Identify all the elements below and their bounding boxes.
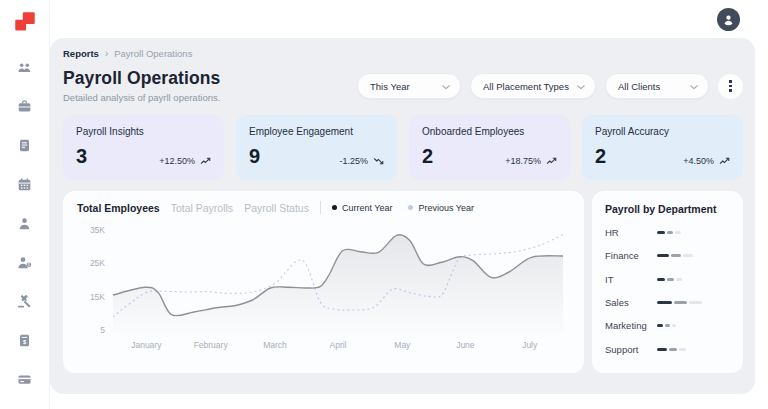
trend-up-icon xyxy=(546,157,557,165)
breadcrumb: Reports›Payroll Operations xyxy=(63,48,220,59)
y-axis-tick: 5 xyxy=(100,325,105,335)
chart-header: Total EmployeesTotal PayrollsPayroll Sta… xyxy=(77,201,572,214)
stat-label: Payroll Insights xyxy=(76,126,211,137)
department-label: IT xyxy=(605,274,657,285)
y-axis-tick: 15K xyxy=(90,292,105,302)
content-header: Reports›Payroll Operations Payroll Opera… xyxy=(63,48,743,103)
chart-tabs: Total EmployeesTotal PayrollsPayroll Sta… xyxy=(77,202,309,214)
sidebar: $$ xyxy=(0,0,50,409)
app-logo-icon[interactable] xyxy=(12,10,38,36)
stat-delta: +18.75% xyxy=(505,156,557,166)
user-icon xyxy=(17,216,32,231)
stat-cards: Payroll Insights3+12.50%Employee Engagem… xyxy=(63,115,743,180)
users-group-icon xyxy=(17,60,32,75)
title-block: Reports›Payroll Operations Payroll Opera… xyxy=(63,48,220,103)
stat-delta: +4.50% xyxy=(683,156,730,166)
chart-tab-total-employees[interactable]: Total Employees xyxy=(77,202,160,214)
bar-segment xyxy=(676,278,682,281)
sidebar-item-invoices[interactable]: $ xyxy=(12,327,38,353)
breadcrumb-item: Payroll Operations xyxy=(114,48,192,59)
chart-tab-total-payrolls[interactable]: Total Payrolls xyxy=(171,202,233,214)
sidebar-item-employees[interactable] xyxy=(12,210,38,236)
sidebar-item-user-settings[interactable] xyxy=(12,405,38,409)
dropdown-value: All Clients xyxy=(618,81,660,92)
stat-card: Payroll Insights3+12.50% xyxy=(63,115,224,180)
sidebar-item-payments[interactable] xyxy=(12,366,38,392)
breadcrumb-item[interactable]: Reports xyxy=(63,48,99,59)
chevron-down-icon xyxy=(442,81,450,92)
legend-item-current-year[interactable]: Current Year xyxy=(332,203,393,213)
chart-tab-payroll-status[interactable]: Payroll Status xyxy=(244,202,309,214)
topbar xyxy=(50,0,755,38)
app-window: $$ Reports›Payroll Operations Payroll Op… xyxy=(0,0,768,409)
stat-card: Payroll Accuracy2+4.50% xyxy=(582,115,743,180)
stat-delta: -1.25% xyxy=(339,156,384,166)
user-badge-icon: $ xyxy=(17,255,32,270)
legend-dot-icon xyxy=(408,205,413,210)
bar-segment xyxy=(657,348,667,351)
filter-dropdown-year[interactable]: This Year xyxy=(357,73,461,99)
main-column: Reports›Payroll Operations Payroll Opera… xyxy=(50,0,768,409)
divider xyxy=(320,201,321,214)
stat-label: Payroll Accuracy xyxy=(595,126,730,137)
department-row-support: Support xyxy=(605,344,730,355)
sidebar-item-team[interactable] xyxy=(12,54,38,80)
bar-segment xyxy=(665,324,670,327)
stat-label: Employee Engagement xyxy=(249,126,384,137)
bar-segment xyxy=(674,301,687,304)
invoice-dollar-icon: $ xyxy=(17,333,32,348)
filter-dropdown-placement-types[interactable]: All Placement Types xyxy=(470,73,596,99)
x-axis-tick: May xyxy=(394,340,411,350)
bar-segment xyxy=(675,231,681,234)
department-label: Marketing xyxy=(605,320,657,331)
stat-value: 2 xyxy=(422,146,433,166)
sidebar-item-compliance[interactable] xyxy=(12,288,38,314)
filter-bar: This YearAll Placement TypesAll Clients xyxy=(357,73,743,103)
department-rows: HRFinanceITSalesMarketingSupport xyxy=(605,221,730,361)
kebab-menu-icon xyxy=(729,80,732,83)
more-options-button[interactable] xyxy=(718,74,743,99)
department-label: HR xyxy=(605,227,657,238)
x-axis-tick: July xyxy=(522,340,538,350)
bar-segment xyxy=(657,324,663,327)
department-panel-title: Payroll by Department xyxy=(605,203,730,215)
bar-segment xyxy=(667,278,674,281)
bar-segment xyxy=(672,324,676,327)
department-row-sales: Sales xyxy=(605,297,730,308)
sidebar-item-documents[interactable] xyxy=(12,132,38,158)
stat-value: 2 xyxy=(595,146,606,166)
chevron-down-icon xyxy=(690,81,698,92)
panels-row: Total EmployeesTotal PayrollsPayroll Sta… xyxy=(63,191,743,373)
legend-dot-icon xyxy=(332,205,337,210)
user-avatar[interactable] xyxy=(717,8,740,31)
sidebar-item-calendar[interactable] xyxy=(12,171,38,197)
page-title: Payroll Operations xyxy=(63,68,220,89)
sidebar-item-jobs[interactable] xyxy=(12,93,38,119)
x-axis-tick: April xyxy=(329,340,346,350)
stat-card: Onboarded Employees2+18.75% xyxy=(409,115,570,180)
department-label: Finance xyxy=(605,250,657,261)
content-area: Reports›Payroll Operations Payroll Opera… xyxy=(50,38,755,394)
x-axis-tick: June xyxy=(456,340,475,350)
x-axis-tick: February xyxy=(194,340,229,350)
calendar-icon xyxy=(17,177,32,192)
credit-card-icon xyxy=(17,372,32,387)
department-bar xyxy=(657,301,702,304)
bar-segment xyxy=(657,254,669,257)
legend-item-previous-year[interactable]: Previous Year xyxy=(408,203,474,213)
filter-dropdown-clients[interactable]: All Clients xyxy=(605,73,709,99)
sidebar-item-candidates[interactable]: $ xyxy=(12,249,38,275)
bar-segment xyxy=(657,278,665,281)
x-axis-tick: January xyxy=(131,340,162,350)
page-subtitle: Detailed analysis of payrll operations. xyxy=(63,92,220,103)
stat-delta: +12.50% xyxy=(159,156,211,166)
trend-up-icon xyxy=(719,157,730,165)
department-label: Support xyxy=(605,344,657,355)
y-axis-tick: 35K xyxy=(90,225,105,235)
trend-down-icon xyxy=(373,157,384,165)
y-axis-tick: 25K xyxy=(90,258,105,268)
department-bar xyxy=(657,324,676,327)
stat-value: 3 xyxy=(76,146,87,166)
bar-segment xyxy=(683,254,693,257)
line-chart: 35K25K15K5JanuaryFebruaryMarchAprilMayJu… xyxy=(77,218,571,358)
